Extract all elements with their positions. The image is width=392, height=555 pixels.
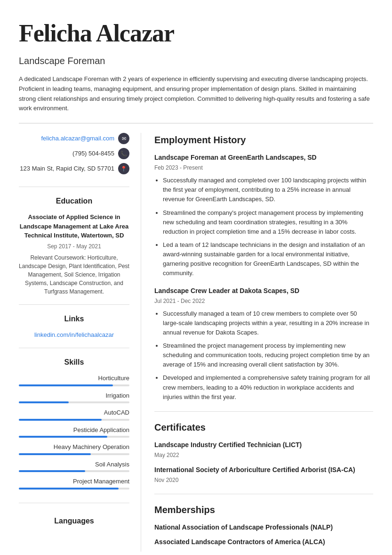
job-entry: Landscape Crew Leader at Dakota Scapes, … bbox=[154, 286, 373, 402]
languages-title: Languages bbox=[19, 515, 129, 527]
skill-item: Heavy Machinery Operation bbox=[19, 442, 129, 455]
candidate-summary: A dedicated Landscape Foreman with 2 yea… bbox=[19, 74, 373, 114]
skill-name: Pesticide Application bbox=[19, 425, 129, 435]
header-divider bbox=[19, 123, 373, 123]
skill-name: Irrigation bbox=[19, 391, 129, 400]
skill-bar-bg bbox=[19, 470, 129, 472]
skill-bar-fill bbox=[19, 436, 107, 438]
job-bullets: Successfully managed a team of 10 crew m… bbox=[154, 309, 373, 402]
skill-item: Soil Analysis bbox=[19, 460, 129, 473]
membership-item: National Association of Landscape Profes… bbox=[154, 522, 373, 532]
address-text: 123 Main St, Rapid City, SD 57701 bbox=[20, 164, 114, 173]
skill-item: AutoCAD bbox=[19, 408, 129, 421]
email-icon: ✉ bbox=[118, 133, 129, 144]
email-link[interactable]: felicha.alcazar@gmail.com bbox=[41, 134, 114, 143]
employment-certificates-divider bbox=[154, 411, 373, 412]
memberships-list: National Association of Landscape Profes… bbox=[154, 522, 373, 547]
skill-bar-fill bbox=[19, 384, 113, 386]
education-title: Education bbox=[19, 196, 129, 207]
coursework-label: Relevant Coursework: bbox=[30, 254, 86, 261]
certificates-title: Certificates bbox=[154, 420, 373, 434]
contact-section: felicha.alcazar@gmail.com ✉ (795) 504-84… bbox=[19, 133, 129, 187]
certificate-entry: International Society of Arboriculture C… bbox=[154, 465, 373, 484]
skill-bar-bg bbox=[19, 401, 129, 403]
bullet-item: Streamlined the project management proce… bbox=[163, 341, 373, 369]
skills-section: Skills Horticulture Irrigation AutoCAD P… bbox=[19, 357, 129, 503]
bullet-item: Successfully managed a team of 10 crew m… bbox=[163, 309, 373, 337]
phone-icon: 📞 bbox=[118, 148, 129, 159]
skills-list: Horticulture Irrigation AutoCAD Pesticid… bbox=[19, 374, 129, 490]
links-section: Links linkedin.com/in/felichaalcazar bbox=[19, 313, 129, 349]
certificates-section: Certificates Landscape Industry Certifie… bbox=[154, 420, 373, 484]
skill-bar-fill bbox=[19, 419, 102, 421]
skill-name: AutoCAD bbox=[19, 408, 129, 417]
certificates-list: Landscape Industry Certified Technician … bbox=[154, 440, 373, 484]
cert-title: Landscape Industry Certified Technician … bbox=[154, 440, 373, 450]
jobs-list: Landscape Foreman at GreenEarth Landscap… bbox=[154, 153, 373, 402]
certs-memberships-divider bbox=[154, 494, 373, 494]
skill-name: Soil Analysis bbox=[19, 460, 129, 469]
skill-bar-bg bbox=[19, 488, 129, 490]
education-date: Sep 2017 - May 2021 bbox=[19, 242, 129, 251]
cert-date: Nov 2020 bbox=[154, 476, 373, 484]
skill-name: Heavy Machinery Operation bbox=[19, 442, 129, 452]
skill-item: Irrigation bbox=[19, 391, 129, 404]
skills-title: Skills bbox=[19, 357, 129, 368]
address-item: 123 Main St, Rapid City, SD 57701 📍 bbox=[19, 163, 129, 174]
languages-section: Languages bbox=[19, 512, 129, 527]
skill-bar-bg bbox=[19, 436, 129, 438]
skill-bar-bg bbox=[19, 419, 129, 421]
bullet-item: Developed and implemented a comprehensiv… bbox=[163, 373, 373, 401]
location-icon: 📍 bbox=[118, 163, 129, 174]
job-title: Landscape Foreman at GreenEarth Landscap… bbox=[154, 153, 373, 163]
skill-bar-fill bbox=[19, 453, 91, 455]
memberships-title: Memberships bbox=[154, 503, 373, 517]
certificate-entry: Landscape Industry Certified Technician … bbox=[154, 440, 373, 459]
links-title: Links bbox=[19, 313, 129, 325]
phone-text: (795) 504-8455 bbox=[72, 149, 114, 158]
skill-bar-fill bbox=[19, 488, 119, 490]
skill-name: Horticulture bbox=[19, 374, 129, 383]
employment-title: Employment History bbox=[154, 133, 373, 147]
bullet-item: Streamlined the company's project manage… bbox=[163, 208, 373, 237]
job-entry: Landscape Foreman at GreenEarth Landscap… bbox=[154, 153, 373, 278]
skill-bar-bg bbox=[19, 453, 129, 455]
skill-item: Project Management bbox=[19, 477, 129, 490]
employment-section: Employment History Landscape Foreman at … bbox=[154, 133, 373, 402]
education-coursework: Relevant Coursework: Horticulture, Lands… bbox=[19, 253, 129, 296]
header-section: Felicha Alcazar Landscape Foreman A dedi… bbox=[19, 15, 373, 114]
job-title: Landscape Crew Leader at Dakota Scapes, … bbox=[154, 286, 373, 296]
skill-bar-bg bbox=[19, 384, 129, 386]
education-section: Education Associate of Applied Science i… bbox=[19, 196, 129, 305]
resume-page: Felicha Alcazar Landscape Foreman A dedi… bbox=[0, 0, 392, 555]
job-date: Feb 2023 - Present bbox=[154, 163, 373, 172]
skill-bar-fill bbox=[19, 470, 85, 472]
memberships-section: Memberships National Association of Land… bbox=[154, 503, 373, 547]
phone-item: (795) 504-8455 📞 bbox=[19, 148, 129, 159]
linkedin-link[interactable]: linkedin.com/in/felichaalcazar bbox=[19, 330, 129, 340]
membership-item: Associated Landscape Contractors of Amer… bbox=[154, 537, 373, 547]
main-layout: felicha.alcazar@gmail.com ✉ (795) 504-84… bbox=[19, 133, 373, 552]
job-bullets: Successfully managed and completed over … bbox=[154, 176, 373, 278]
email-item: felicha.alcazar@gmail.com ✉ bbox=[19, 133, 129, 144]
education-degree: Associate of Applied Science in Landscap… bbox=[19, 212, 129, 240]
skill-bar-fill bbox=[19, 401, 69, 403]
job-date: Jul 2021 - Dec 2022 bbox=[154, 297, 373, 305]
bullet-item: Led a team of 12 landscape technicians i… bbox=[163, 240, 373, 278]
candidate-title: Landscape Foreman bbox=[19, 54, 373, 68]
cert-date: May 2022 bbox=[154, 451, 373, 459]
bullet-item: Successfully managed and completed over … bbox=[163, 176, 373, 204]
skill-item: Pesticide Application bbox=[19, 425, 129, 438]
skill-item: Horticulture bbox=[19, 374, 129, 386]
candidate-name: Felicha Alcazar bbox=[19, 15, 373, 52]
skill-name: Project Management bbox=[19, 477, 129, 486]
cert-title: International Society of Arboriculture C… bbox=[154, 465, 373, 475]
sidebar: felicha.alcazar@gmail.com ✉ (795) 504-84… bbox=[19, 133, 141, 552]
main-content: Employment History Landscape Foreman at … bbox=[141, 133, 373, 552]
